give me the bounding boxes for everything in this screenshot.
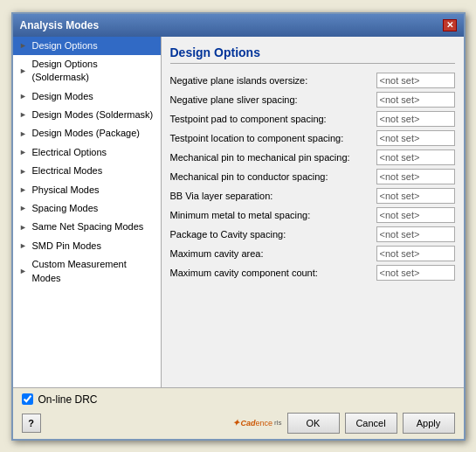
field-input-9[interactable] — [376, 246, 455, 261]
sidebar-arrow-11: ► — [18, 267, 29, 277]
sidebar-arrow-2: ► — [18, 91, 29, 101]
sidebar-arrow-9: ► — [18, 222, 29, 233]
field-input-5[interactable] — [376, 169, 455, 184]
field-label-6: BB Via layer separation: — [170, 191, 376, 201]
ok-button[interactable]: OK — [287, 413, 340, 434]
main-panel: Design Options Negative plane islands ov… — [162, 37, 464, 387]
sidebar-arrow-1: ► — [18, 66, 29, 76]
field-input-1[interactable] — [376, 92, 455, 108]
field-row-9: Maximum cavity area: — [170, 246, 455, 261]
field-row-3: Testpoint location to component spacing: — [170, 130, 455, 146]
cancel-button[interactable]: Cancel — [345, 413, 397, 434]
sidebar-arrow-0: ► — [18, 40, 29, 51]
logo-text: ✦ — [232, 418, 239, 428]
sidebar-label-10: SMD Pin Modes — [32, 240, 101, 253]
sidebar-label-11: Custom Measurement Modes — [32, 258, 155, 285]
sidebar-item-7[interactable]: ►Physical Modes — [13, 181, 161, 199]
sidebar-item-1[interactable]: ►Design Options (Soldermask) — [13, 55, 161, 87]
field-label-5: Mechanical pin to conductor spacing: — [170, 171, 376, 182]
field-input-2[interactable] — [376, 111, 455, 127]
sidebar-label-2: Design Modes — [32, 90, 93, 103]
sidebar-item-2[interactable]: ►Design Modes — [13, 87, 161, 106]
field-input-4[interactable] — [376, 150, 455, 165]
sidebar-arrow-10: ► — [18, 240, 29, 251]
field-row-1: Negative plane sliver spacing: — [170, 92, 455, 108]
sidebar-label-6: Electrical Modes — [32, 164, 103, 177]
sidebar-label-7: Physical Modes — [32, 184, 100, 197]
field-row-2: Testpoint pad to component spacing: — [170, 111, 455, 127]
sidebar-arrow-7: ► — [18, 184, 29, 195]
sidebar-arrow-6: ► — [18, 166, 29, 177]
sidebar-label-5: Electrical Options — [32, 146, 107, 159]
sidebar-item-4[interactable]: ►Design Modes (Package) — [13, 124, 161, 143]
sidebar-arrow-8: ► — [18, 204, 29, 214]
field-label-7: Minimum metal to metal spacing: — [170, 210, 376, 220]
field-row-10: Maximum cavity component count: — [170, 265, 455, 281]
button-row: ? ✦ Cadence rls OK Cancel Apply — [22, 413, 455, 434]
sidebar-label-9: Same Net Spacing Modes — [32, 220, 144, 233]
cadence-logo: Cadence — [241, 419, 273, 428]
sidebar-item-5[interactable]: ►Electrical Options — [13, 143, 161, 162]
field-input-6[interactable] — [376, 188, 455, 204]
field-input-8[interactable] — [376, 226, 455, 242]
sidebar-label-3: Design Modes (Soldermask) — [32, 108, 154, 122]
online-drc-label: On-line DRC — [38, 393, 98, 406]
sidebar: ►Design Options►Design Options (Solderma… — [13, 37, 162, 387]
help-button[interactable]: ? — [22, 414, 41, 433]
field-label-4: Mechanical pin to mechanical pin spacing… — [170, 152, 376, 163]
sidebar-item-11[interactable]: ►Custom Measurement Modes — [13, 255, 161, 288]
window-title: Analysis Modes — [20, 19, 100, 31]
field-row-8: Package to Cavity spacing: — [170, 226, 455, 242]
apply-button[interactable]: Apply — [403, 413, 455, 434]
sidebar-label-0: Design Options — [32, 39, 98, 52]
online-drc-checkbox[interactable] — [22, 393, 33, 405]
sidebar-label-8: Spacing Modes — [32, 202, 99, 215]
fields-container: Negative plane islands oversize:Negative… — [170, 73, 455, 281]
field-row-6: BB Via layer separation: — [170, 188, 455, 204]
field-label-3: Testpoint location to component spacing: — [170, 133, 376, 143]
sidebar-label-4: Design Modes (Package) — [32, 127, 141, 140]
bottom-bar: On-line DRC ? ✦ Cadence rls OK Cancel Ap… — [13, 387, 464, 439]
sidebar-arrow-4: ► — [18, 129, 29, 139]
field-row-5: Mechanical pin to conductor spacing: — [170, 169, 455, 184]
logo-sub: rls — [274, 419, 281, 427]
sidebar-item-10[interactable]: ►SMD Pin Modes — [13, 237, 161, 255]
field-label-0: Negative plane islands oversize: — [170, 75, 376, 86]
field-label-9: Maximum cavity area: — [170, 248, 376, 259]
checkbox-row: On-line DRC — [22, 393, 455, 406]
field-row-7: Minimum metal to metal spacing: — [170, 207, 455, 223]
field-input-7[interactable] — [376, 207, 455, 223]
sidebar-item-6[interactable]: ►Electrical Modes — [13, 162, 161, 180]
sidebar-item-0[interactable]: ►Design Options — [13, 37, 161, 55]
field-label-1: Negative plane sliver spacing: — [170, 94, 376, 105]
field-input-0[interactable] — [376, 73, 455, 88]
field-row-0: Negative plane islands oversize: — [170, 73, 455, 88]
field-input-3[interactable] — [376, 130, 455, 146]
field-label-2: Testpoint pad to component spacing: — [170, 114, 376, 124]
sidebar-label-1: Design Options (Soldermask) — [32, 58, 155, 85]
main-panel-title: Design Options — [170, 45, 455, 64]
close-button[interactable]: ✕ — [443, 19, 457, 31]
sidebar-arrow-5: ► — [18, 148, 29, 158]
logo-area: ✦ Cadence rls — [232, 418, 282, 428]
field-input-10[interactable] — [376, 265, 455, 281]
content-area: ►Design Options►Design Options (Solderma… — [13, 37, 464, 387]
field-label-8: Package to Cavity spacing: — [170, 229, 376, 240]
title-bar: Analysis Modes ✕ — [13, 14, 464, 37]
sidebar-item-8[interactable]: ►Spacing Modes — [13, 199, 161, 218]
sidebar-arrow-3: ► — [18, 110, 29, 121]
field-row-4: Mechanical pin to mechanical pin spacing… — [170, 150, 455, 165]
sidebar-item-9[interactable]: ►Same Net Spacing Modes — [13, 218, 161, 236]
main-window: Analysis Modes ✕ ►Design Options►Design … — [11, 12, 466, 441]
sidebar-item-3[interactable]: ►Design Modes (Soldermask) — [13, 106, 161, 124]
field-label-10: Maximum cavity component count: — [170, 268, 376, 278]
